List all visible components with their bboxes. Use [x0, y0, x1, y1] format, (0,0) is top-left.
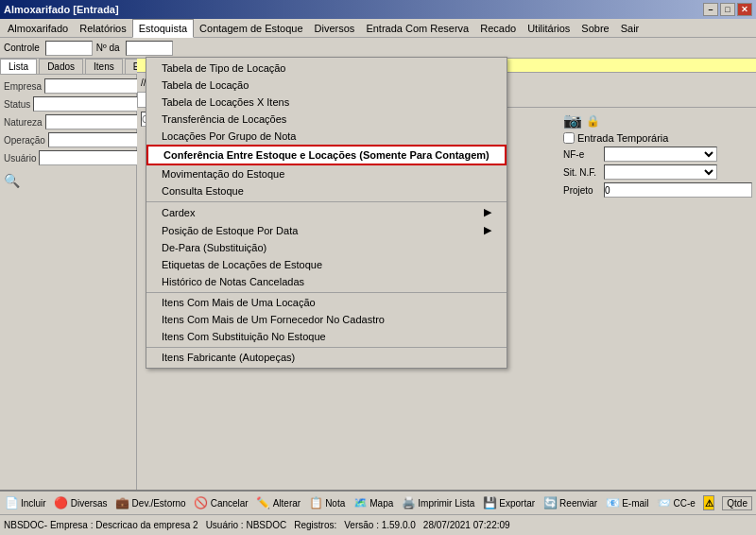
alterar-label: Alterar	[273, 498, 301, 509]
natureza-label: Natureza	[4, 117, 43, 128]
menu-consulta-estoque[interactable]: Consulta Estoque	[146, 182, 507, 199]
nda-input[interactable]	[126, 41, 173, 56]
menu-de-para[interactable]: De-Para (Substituição)	[146, 239, 507, 256]
projeto-row: Projeto	[563, 182, 752, 198]
version-info: Versão : 1.59.0.0	[344, 520, 416, 530]
dev-estorno-button[interactable]: 💼 Dev./Estorno	[115, 495, 186, 510]
window-controls: – □ ✕	[703, 3, 752, 16]
imprimir-lista-label: Imprimir Lista	[418, 498, 474, 509]
nda-label: Nº da	[96, 43, 120, 53]
menu-locacoes-grupo-nota[interactable]: Locações Por Grupo de Nota	[146, 128, 507, 145]
lock-icon: 🔒	[586, 114, 600, 128]
diversas-button[interactable]: 🔴 Diversas	[54, 495, 108, 510]
menu-diversos[interactable]: Diversos	[309, 19, 361, 38]
menu-tabela-locacao[interactable]: Tabela de Locação	[146, 77, 507, 94]
entrada-temporaria-label: Entrada Temporária	[577, 132, 668, 144]
menu-cardex[interactable]: Cardex ▶	[146, 201, 507, 221]
menu-posicao-estoque-data[interactable]: Posição de Estoque Por Data ▶	[146, 221, 507, 239]
nfe-select[interactable]	[604, 147, 717, 162]
nfe-row: NF-e	[563, 147, 752, 162]
minimize-button[interactable]: –	[703, 3, 718, 16]
email-label: E-mail	[622, 498, 648, 509]
menu-estoquista[interactable]: Estoquista	[132, 19, 194, 38]
tab-itens[interactable]: Itens	[85, 59, 123, 74]
diversas-label: Diversas	[71, 498, 108, 509]
email-button[interactable]: 📧 E-mail	[605, 495, 648, 510]
close-button[interactable]: ✕	[737, 3, 752, 16]
empresa-label: Empresa	[4, 81, 42, 92]
menu-historico-notas[interactable]: Histórico de Notas Canceladas	[146, 273, 507, 290]
controle-label: Controle	[4, 43, 40, 53]
maximize-button[interactable]: □	[720, 3, 735, 16]
nfe-label: NF-e	[563, 149, 601, 160]
alterar-icon: ✏️	[256, 495, 271, 510]
right-content-right: 📷 🔒 Entrada Temporária NF-e Sit. N.F. Pr…	[563, 112, 752, 486]
reenviar-button[interactable]: 🔄 Reenviar	[542, 495, 597, 510]
menu-utilitarios[interactable]: Utilitários	[522, 19, 576, 38]
toolbar: Controle Nº da	[0, 38, 756, 59]
alterar-button[interactable]: ✏️ Alterar	[256, 495, 301, 510]
title-bar: Almoxarifado [Entrada] – □ ✕	[0, 0, 756, 19]
registros-label: Registros:	[294, 520, 336, 530]
tab-dados[interactable]: Dados	[39, 59, 83, 74]
posicao-label: Posição de Estoque Por Data	[162, 225, 298, 236]
status-row: Status	[4, 96, 132, 112]
exportar-icon: 💾	[482, 495, 497, 510]
date-info: 28/07/2021 07:22:09	[423, 520, 510, 530]
cardex-label: Cardex	[162, 207, 195, 218]
menu-etiquetas-locacoes[interactable]: Etiquetas de Locações de Estoque	[146, 256, 507, 273]
incluir-label: Incluir	[21, 498, 46, 509]
nota-button[interactable]: 📋 Nota	[308, 495, 345, 510]
diversas-icon: 🔴	[54, 495, 69, 510]
menu-itens-fabricante[interactable]: Itens Fabricante (Autopeças)	[146, 347, 507, 366]
tab-lista[interactable]: Lista	[0, 59, 37, 74]
menu-recado[interactable]: Recado	[474, 19, 522, 38]
controle-input[interactable]	[45, 41, 93, 56]
exportar-button[interactable]: 💾 Exportar	[482, 495, 535, 510]
menu-itens-mais-uma-locacao[interactable]: Itens Com Mais de Uma Locação	[146, 292, 507, 311]
menu-tabela-locacoes-itens[interactable]: Tabela de Locações X Itens	[146, 94, 507, 111]
menu-contagem[interactable]: Contagem de Estoque	[194, 19, 308, 38]
menu-conferencia-estoque-locacoes[interactable]: Conferência Entre Estoque e Locações (So…	[146, 145, 507, 165]
cancelar-label: Cancelar	[211, 498, 249, 509]
qtde-box: Qtde	[722, 496, 752, 510]
menu-bar: Almoxarifado Relatórios Estoquista Conta…	[0, 19, 756, 38]
cardex-arrow-icon: ▶	[484, 206, 491, 218]
nota-label: Nota	[325, 498, 345, 509]
mapa-label: Mapa	[369, 498, 393, 509]
menu-sair[interactable]: Sair	[615, 19, 645, 38]
status-label: Status	[4, 99, 30, 110]
incluir-icon: 📄	[4, 495, 19, 510]
menu-itens-substituicao-estoque[interactable]: Itens Com Substituição No Estoque	[146, 328, 507, 345]
usuario-label: Usuário	[4, 153, 36, 164]
menu-relatorios[interactable]: Relatórios	[74, 19, 132, 38]
sit-nf-row: Sit. N.F.	[563, 164, 752, 180]
menu-transferencia-locacoes[interactable]: Transferência de Locações	[146, 111, 507, 128]
projeto-input[interactable]	[604, 182, 752, 198]
email-icon: 📧	[605, 495, 620, 510]
search-icon[interactable]: 🔍	[4, 173, 20, 188]
dev-estorno-label: Dev./Estorno	[132, 498, 186, 509]
menu-movimentacao-estoque[interactable]: Movimentação do Estoque	[146, 165, 507, 182]
menu-itens-mais-um-fornecedor[interactable]: Itens Com Mais de Um Fornecedor No Cadas…	[146, 311, 507, 328]
projeto-label: Projeto	[563, 185, 601, 196]
entrada-temporaria-checkbox[interactable]	[563, 132, 575, 144]
company-info: NBSDOC- Empresa : Descricao da empresa 2	[4, 520, 198, 530]
qtde-label: Qtde	[727, 498, 747, 509]
incluir-button[interactable]: 📄 Incluir	[4, 495, 46, 510]
cancelar-button[interactable]: 🚫 Cancelar	[194, 495, 249, 510]
cce-button[interactable]: 📨 CC-e	[656, 495, 695, 510]
mapa-button[interactable]: 🗺️ Mapa	[352, 495, 393, 510]
menu-almoxarifado[interactable]: Almoxarifado	[2, 19, 74, 38]
cancelar-icon: 🚫	[194, 495, 209, 510]
estoquista-dropdown: Tabela de Tipo de Locação Tabela de Loca…	[146, 57, 507, 369]
operacao-row: Operação	[4, 132, 132, 147]
warning-button[interactable]: ⚠	[703, 495, 715, 510]
reenviar-icon: 🔄	[542, 495, 558, 510]
menu-sobre[interactable]: Sobre	[576, 19, 614, 38]
menu-entrada-reserva[interactable]: Entrada Com Reserva	[360, 19, 474, 38]
sit-nf-select[interactable]	[604, 164, 717, 180]
menu-tabela-tipo-locacao[interactable]: Tabela de Tipo de Locação	[146, 60, 507, 77]
imprimir-lista-button[interactable]: 🖨️ Imprimir Lista	[401, 495, 474, 510]
user-info: Usuário : NBSDOC	[206, 520, 287, 530]
